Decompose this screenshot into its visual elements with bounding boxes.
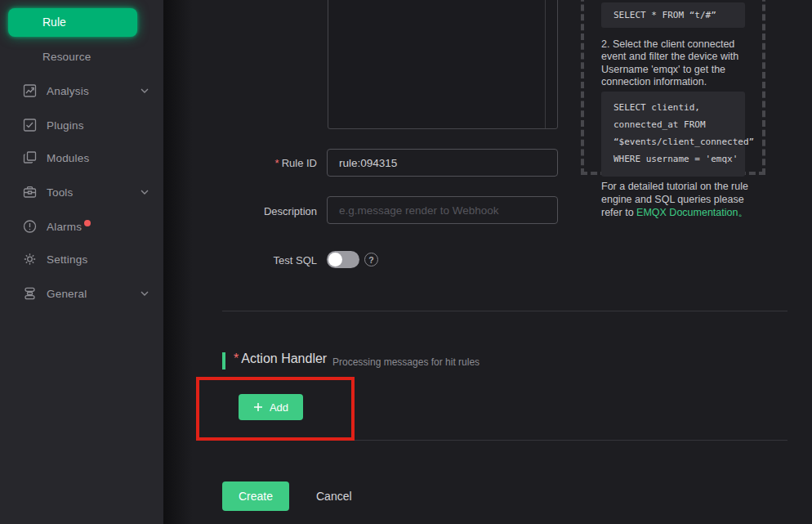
test-sql-toggle[interactable]	[327, 251, 359, 268]
plus-icon	[253, 402, 263, 412]
tutorial-footer-text: For a detailed tutorial on the rule engi…	[601, 181, 758, 219]
alarm-badge-dot	[84, 220, 91, 226]
tools-briefcase-icon	[23, 185, 37, 199]
toggle-knob	[328, 253, 342, 266]
required-asterisk: *	[234, 352, 239, 365]
cancel-button[interactable]: Cancel	[316, 490, 352, 503]
editor-scrollbar-gutter[interactable]	[545, 0, 546, 128]
sidebar-item-general[interactable]: General	[0, 276, 163, 310]
analysis-chart-icon	[23, 83, 37, 97]
sidebar-item-label: Analysis	[47, 84, 89, 96]
chevron-down-icon	[141, 190, 149, 195]
add-button-label: Add	[270, 401, 288, 414]
description-input[interactable]	[327, 196, 558, 224]
emqx-dashboard-create-rule-page: Rule Resource Analysis	[0, 0, 812, 524]
sidebar-item-settings[interactable]: Settings	[0, 242, 163, 275]
sidebar-item-label: Settings	[47, 253, 87, 265]
sidebar-item-label: Alarms	[47, 220, 82, 232]
alarms-exclamation-icon	[23, 219, 37, 233]
create-button[interactable]: Create	[222, 481, 289, 511]
test-sql-label: Test SQL	[188, 254, 317, 266]
sidebar-item-tools[interactable]: Tools	[0, 175, 163, 208]
settings-gear-icon	[23, 252, 37, 266]
sidebar-item-rule[interactable]: Rule	[8, 8, 137, 37]
sql-example-2-code: SELECT clientid, connected_at FROM “$eve…	[601, 92, 745, 177]
sidebar-item-plugins[interactable]: Plugins	[0, 108, 163, 141]
sidebar-item-label: General	[47, 287, 87, 299]
description-label: Description	[188, 205, 317, 217]
code-line: SELECT clientid,	[613, 99, 745, 116]
sidebar-item-alarms[interactable]: Alarms	[0, 209, 163, 243]
chevron-down-icon	[141, 291, 149, 296]
code-line: connected_at FROM	[613, 116, 745, 133]
rule-id-input[interactable]	[327, 149, 558, 177]
code-line: WHERE username = 'emqx'	[613, 150, 745, 168]
sidebar-item-label: Tools	[47, 186, 74, 198]
required-asterisk: *	[275, 157, 279, 169]
sidebar-item-modules[interactable]: Modules	[0, 141, 163, 174]
sidebar-item-resource[interactable]: Resource	[0, 39, 163, 73]
sql-example-tip-text: 2. Select the client connected event and…	[601, 38, 758, 89]
modules-copy-icon	[23, 150, 37, 164]
section-divider-bottom	[222, 440, 787, 441]
sidebar-item-analysis[interactable]: Analysis	[0, 74, 163, 107]
sidebar-item-label: Resource	[42, 50, 91, 62]
rule-id-label: *Rule ID	[188, 157, 317, 169]
sql-editor[interactable]	[328, 0, 558, 129]
section-divider-top	[222, 311, 787, 311]
code-line: “$events/client_connected”	[613, 133, 745, 150]
action-handler-title: *Action Handler	[234, 352, 327, 366]
sidebar: Rule Resource Analysis	[0, 0, 163, 524]
sidebar-shadow	[163, 0, 193, 524]
sql-example-1-code: SELECT * FROM “t/#”	[601, 2, 745, 28]
action-handler-subtitle: Processing messages for hit rules	[332, 356, 480, 368]
help-question-icon[interactable]: ?	[364, 253, 378, 266]
general-stack-icon	[23, 286, 37, 300]
chevron-down-icon	[141, 88, 149, 93]
emqx-documentation-link[interactable]: EMQX Documentation。	[636, 207, 748, 218]
plugins-checkbox-icon	[23, 118, 37, 132]
section-accent-bar	[222, 352, 225, 369]
add-action-button[interactable]: Add	[239, 394, 303, 420]
sidebar-item-label: Plugins	[47, 119, 84, 131]
sidebar-item-label: Modules	[47, 151, 89, 163]
